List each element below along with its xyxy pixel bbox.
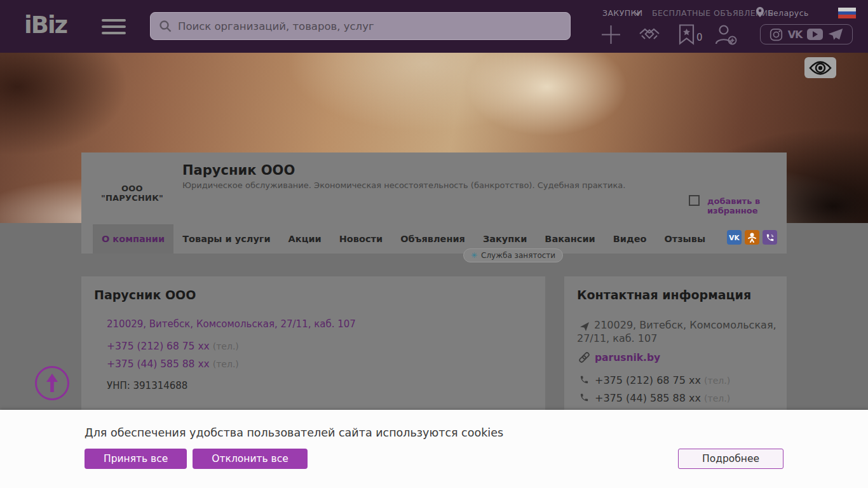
accessibility-eye-button[interactable] [804, 57, 836, 78]
phone-icon [580, 375, 589, 384]
cookie-details-button[interactable]: Подробнее [678, 449, 783, 469]
tab-reviews[interactable]: Отзывы [655, 224, 714, 254]
cookie-accept-button[interactable]: Принять все [85, 449, 187, 469]
top-header: iBiz ЗАКУПКИ БЕСПЛАТНЫЕ ОБЪЯВЛЕНИЯ Белар… [0, 0, 868, 53]
cookie-message: Для обеспечения удобства пользователей с… [85, 426, 503, 439]
favorite-label[interactable]: добавить в избранное [707, 196, 787, 215]
profile-add-icon[interactable] [714, 24, 737, 46]
add-plus-icon[interactable] [601, 25, 621, 44]
phone-link[interactable]: +375 (212) 68 75 xx [107, 341, 210, 352]
tab-news[interactable]: Новости [330, 224, 391, 254]
eye-icon [809, 60, 832, 76]
tab-video[interactable]: Видео [604, 224, 656, 254]
company-title: Парусник ООО [182, 163, 295, 178]
hamburger-menu-icon[interactable] [102, 19, 126, 38]
tab-promos[interactable]: Акции [280, 224, 330, 254]
search-input[interactable] [178, 20, 562, 32]
location-pin-icon [756, 7, 764, 17]
company-social-links: VK [727, 230, 777, 245]
viber-icon[interactable] [763, 230, 777, 245]
company-header-card: ООО "ПАРУСНИК" Парусник ООО Юридическое … [81, 152, 787, 254]
nav-region[interactable]: Беларусь [768, 8, 809, 18]
instagram-icon[interactable] [770, 28, 783, 41]
about-phone-row: +375 (44) 585 88 xx (тел.) [107, 358, 239, 370]
youtube-icon[interactable] [807, 29, 823, 40]
favorite-checkbox[interactable] [689, 195, 700, 206]
tab-products[interactable]: Товары и услуги [173, 224, 279, 254]
vk-icon[interactable]: VK [788, 29, 803, 41]
cookie-decline-button[interactable]: Отклонить все [193, 449, 307, 469]
search-bar [150, 12, 571, 40]
scroll-to-top-button[interactable] [35, 366, 69, 400]
tab-ads[interactable]: Объявления [391, 224, 474, 254]
search-icon [159, 20, 172, 32]
cookie-consent-banner: Для обеспечения удобства пользователей с… [0, 410, 868, 488]
header-social-links: VK [760, 24, 853, 44]
site-logo[interactable]: iBiz [24, 11, 67, 39]
odnoklassniki-icon[interactable] [745, 230, 759, 245]
tab-about[interactable]: О компании [93, 224, 173, 254]
chevron-down-icon [634, 11, 641, 16]
company-website-link[interactable]: parusnik.by [595, 352, 660, 363]
about-phone-row: +375 (212) 68 75 xx (тел.) [107, 341, 239, 352]
phone-link[interactable]: +375 (44) 585 88 xx [107, 358, 210, 370]
telegram-icon[interactable] [828, 27, 843, 41]
bookmarks-icon[interactable] [679, 24, 695, 45]
employment-service-badge: ✳ Служба занятости [463, 248, 563, 262]
vk-icon[interactable]: VK [727, 230, 742, 245]
about-title: Парусник ООО [94, 288, 196, 302]
bookmarks-count: 0 [696, 32, 703, 43]
company-tabs: О компании Товары и услуги Акции Новости… [81, 224, 787, 254]
contact-title: Контактная информация [577, 288, 751, 302]
phone-icon [580, 393, 589, 402]
company-description: Юридическое обслуживание. Экономическая … [182, 180, 625, 190]
link-icon [578, 351, 590, 363]
contact-address: 210029, Витебск, Комсомольская, 27/11, к… [577, 318, 776, 345]
arrow-up-icon [45, 374, 59, 393]
contact-phone-row: +375 (44) 585 88 xx (тел.) [595, 392, 730, 404]
company-unp: УНП: 391314688 [107, 380, 187, 391]
language-flag-ru[interactable] [838, 8, 856, 18]
nav-free-ads[interactable]: БЕСПЛАТНЫЕ ОБЪЯВЛЕНИЯ [652, 8, 774, 18]
company-logo-text: ООО "ПАРУСНИК" [93, 184, 172, 203]
employment-service-icon: ✳ [471, 251, 477, 260]
handshake-icon[interactable] [637, 27, 661, 43]
about-address-link[interactable]: 210029, Витебск, Комсомольская, 27/11, к… [107, 318, 356, 330]
contact-phone-row: +375 (212) 68 75 xx (тел.) [595, 374, 730, 386]
